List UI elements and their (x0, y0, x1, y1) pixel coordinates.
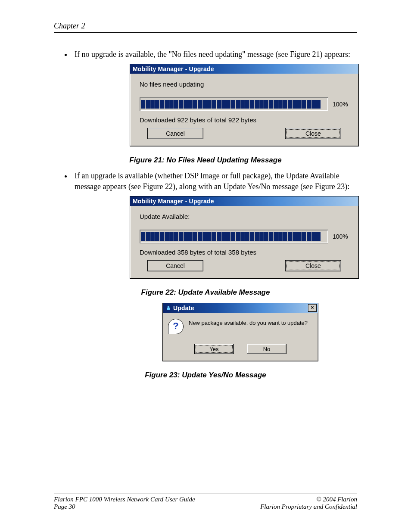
cancel-button[interactable]: Cancel (147, 260, 203, 271)
figure-caption-21: Figure 21: No Files Need Updating Messag… (54, 156, 357, 165)
yes-button[interactable]: Yes (194, 344, 234, 354)
svg-point-0 (168, 306, 169, 308)
figure-caption-22: Figure 22: Update Available Message (54, 288, 357, 297)
msgbox-text: New package available, do you want to up… (189, 319, 308, 326)
footer-guide: Flarion FPC 1000 Wireless Network Card U… (54, 496, 195, 503)
page-footer: Flarion FPC 1000 Wireless Network Card U… (54, 494, 357, 510)
progress-percent: 100% (333, 233, 349, 240)
close-button[interactable]: Close (285, 260, 341, 271)
dialog-titlebar: Mobility Manager - Upgrade (130, 64, 358, 74)
chapter-header: Chapter 2 (54, 22, 357, 33)
upgrade-dialog-21: Mobility Manager - Upgrade No files need… (130, 64, 359, 146)
no-button[interactable]: No (247, 344, 286, 354)
progress-bar (140, 230, 328, 243)
footer-confidential: Flarion Proprietary and Confidential (260, 503, 357, 510)
bullet-upgrade-available: If an upgrade is available (whether DSP … (72, 171, 357, 192)
close-icon[interactable]: × (308, 304, 317, 312)
figure-caption-23: Figure 23: Update Yes/No Message (54, 371, 357, 380)
upgrade-dialog-22: Mobility Manager - Upgrade Update Availa… (130, 196, 359, 279)
update-msgbox: Update × ? New package available, do you… (162, 303, 318, 361)
msgbox-title: Update (173, 305, 194, 311)
download-status: Downloaded 358 bytes of total 358 bytes (140, 249, 349, 256)
status-text: Update Available: (140, 213, 349, 220)
status-text: No files need updating (140, 81, 349, 88)
footer-page: Page 30 (54, 503, 195, 510)
footer-copyright: © 2004 Flarion (260, 496, 357, 503)
progress-percent: 100% (333, 101, 349, 108)
question-icon: ? (168, 319, 184, 334)
app-icon (165, 305, 171, 311)
download-status: Downloaded 922 bytes of total 922 bytes (140, 116, 349, 124)
svg-rect-1 (167, 308, 170, 310)
progress-bar (140, 97, 328, 111)
dialog-titlebar: Mobility Manager - Upgrade (130, 196, 358, 206)
bullet-no-upgrade: If no upgrade is available, the "No file… (72, 49, 357, 59)
cancel-button[interactable]: Cancel (147, 128, 203, 139)
close-button[interactable]: Close (285, 128, 341, 139)
